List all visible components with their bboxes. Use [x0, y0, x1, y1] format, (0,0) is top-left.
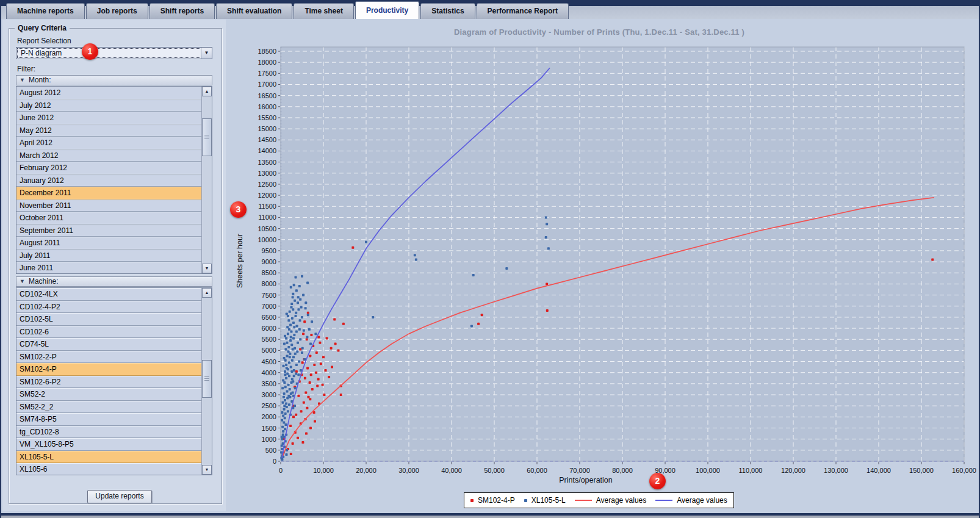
month-scroll-thumb[interactable]	[202, 118, 212, 156]
list-item[interactable]: August 2011	[16, 237, 201, 250]
scroll-up-icon[interactable]: ▲	[202, 87, 212, 96]
svg-text:500: 500	[265, 447, 276, 454]
month-section-header[interactable]: ▼Month:	[16, 75, 212, 85]
list-item[interactable]: June 2011	[16, 262, 201, 273]
scroll-up-icon[interactable]: ▲	[202, 288, 212, 298]
list-item[interactable]: SM102-2-P	[16, 351, 201, 364]
legend-square-icon	[470, 499, 474, 502]
svg-text:6000: 6000	[262, 325, 276, 332]
tab-machine-reports[interactable]: Machine reports	[6, 3, 85, 19]
svg-text:15000: 15000	[258, 125, 276, 132]
report-selection-dropdown[interactable]: P-N diagram ▼	[16, 47, 212, 59]
tab-productivity[interactable]: Productivity	[355, 1, 419, 19]
list-item[interactable]: SM102-4-P	[16, 363, 201, 376]
svg-text:1500: 1500	[262, 425, 276, 432]
list-item[interactable]: August 2012	[16, 87, 201, 99]
svg-text:10,000: 10,000	[313, 467, 334, 474]
svg-text:10000: 10000	[258, 236, 276, 243]
chart-legend: SM102-4-PXL105-5-LAverage valuesAverage …	[464, 492, 734, 508]
tab-time-sheet[interactable]: Time sheet	[294, 3, 353, 19]
legend-item: Average values	[575, 496, 647, 505]
machine-scrollbar[interactable]: ▲ ▼	[201, 288, 212, 475]
scroll-down-icon[interactable]: ▼	[202, 465, 212, 475]
svg-text:14500: 14500	[258, 136, 276, 143]
list-item[interactable]: January 2012	[16, 174, 201, 187]
legend-item: Average values	[655, 496, 727, 505]
svg-text:120,000: 120,000	[781, 467, 805, 474]
tab-shift-evaluation[interactable]: Shift evaluation	[216, 3, 292, 19]
legend-label: Average values	[677, 496, 727, 505]
y-axis-ticks: 0500100015002000250030003500400045005000…	[258, 48, 280, 465]
svg-text:100,000: 100,000	[696, 467, 720, 474]
list-item[interactable]: tg_CD102-8	[16, 426, 201, 439]
svg-text:0: 0	[279, 467, 283, 474]
tab-shift-reports[interactable]: Shift reports	[150, 3, 215, 19]
list-item[interactable]: February 2012	[16, 162, 201, 174]
list-item[interactable]: September 2011	[16, 225, 201, 237]
svg-text:150,000: 150,000	[909, 467, 934, 474]
collapse-icon: ▼	[20, 76, 25, 85]
svg-text:17000: 17000	[258, 81, 276, 88]
list-item[interactable]: CD102-5L	[16, 313, 201, 326]
list-item[interactable]: CD102-6	[16, 326, 201, 339]
list-item[interactable]: November 2011	[16, 200, 201, 212]
tab-statistics[interactable]: Statistics	[420, 3, 475, 19]
svg-text:140,000: 140,000	[867, 467, 891, 474]
month-list: August 2012July 2012June 2012May 2012Apr…	[16, 86, 212, 274]
list-item[interactable]: CD102-4LX	[16, 288, 201, 301]
legend-square-icon	[524, 499, 527, 502]
svg-text:15500: 15500	[258, 114, 276, 121]
legend-label: XL105-5-L	[531, 496, 566, 505]
thumb-grip-icon	[204, 135, 209, 140]
annotation-badge-2: 2	[649, 473, 666, 489]
list-item[interactable]: October 2011	[16, 212, 201, 225]
list-item[interactable]: SM52-2_2	[16, 401, 201, 414]
tabs-container: Machine reportsJob reportsShift reportsS…	[6, 1, 570, 19]
svg-text:110,000: 110,000	[739, 467, 763, 474]
svg-text:3500: 3500	[262, 380, 276, 387]
list-item[interactable]: XL105-5-L	[16, 451, 201, 464]
svg-text:11500: 11500	[258, 203, 276, 210]
list-item[interactable]: XL105-6	[16, 463, 201, 475]
list-item[interactable]: April 2012	[16, 137, 201, 149]
list-item[interactable]: July 2011	[16, 250, 201, 262]
filter-label: Filter:	[17, 65, 35, 73]
tab-performance-report[interactable]: Performance Report	[477, 3, 569, 19]
svg-text:2000: 2000	[262, 413, 276, 420]
list-item[interactable]: SM102-6-P2	[16, 376, 201, 389]
svg-text:16000: 16000	[258, 103, 276, 110]
list-item[interactable]: December 2011	[16, 187, 201, 200]
list-item[interactable]: CD74-5L	[16, 338, 201, 351]
machine-scroll-thumb[interactable]	[202, 360, 212, 398]
svg-text:20,000: 20,000	[356, 467, 377, 474]
dropdown-arrow-icon[interactable]: ▼	[201, 48, 212, 59]
svg-text:4000: 4000	[262, 369, 276, 376]
legend-label: SM102-4-P	[478, 496, 515, 505]
report-selection-label: Report Selection	[17, 37, 71, 45]
update-reports-button[interactable]: Update reports	[87, 490, 152, 503]
svg-text:13000: 13000	[258, 170, 276, 177]
tab-job-reports[interactable]: Job reports	[86, 3, 148, 19]
svg-text:0: 0	[273, 458, 276, 465]
svg-text:30,000: 30,000	[398, 467, 419, 474]
machine-list: CD102-4LXCD102-4-P2CD102-5LCD102-6CD74-5…	[16, 287, 212, 475]
machine-section-header[interactable]: ▼Machine:	[16, 276, 212, 287]
list-item[interactable]: March 2012	[16, 149, 201, 162]
svg-text:6500: 6500	[262, 314, 276, 321]
list-item[interactable]: June 2012	[16, 112, 201, 124]
list-item[interactable]: SM52-2	[16, 388, 201, 401]
y-axis-title: Sheets per hour	[236, 234, 244, 288]
list-item[interactable]: July 2012	[16, 99, 201, 112]
legend-line-icon	[575, 500, 592, 501]
svg-text:11000: 11000	[258, 214, 276, 221]
list-item[interactable]: VM_XL105-8-P5	[16, 438, 201, 451]
scroll-down-icon[interactable]: ▼	[202, 264, 212, 273]
month-scrollbar[interactable]: ▲ ▼	[201, 87, 212, 273]
svg-text:10500: 10500	[258, 225, 276, 232]
list-item[interactable]: May 2012	[16, 124, 201, 137]
thumb-grip-icon	[204, 376, 209, 381]
application-window: Machine reportsJob reportsShift reportsS…	[0, 0, 980, 518]
svg-text:7000: 7000	[262, 303, 276, 310]
list-item[interactable]: SM74-8-P5	[16, 413, 201, 426]
list-item[interactable]: CD102-4-P2	[16, 301, 201, 314]
